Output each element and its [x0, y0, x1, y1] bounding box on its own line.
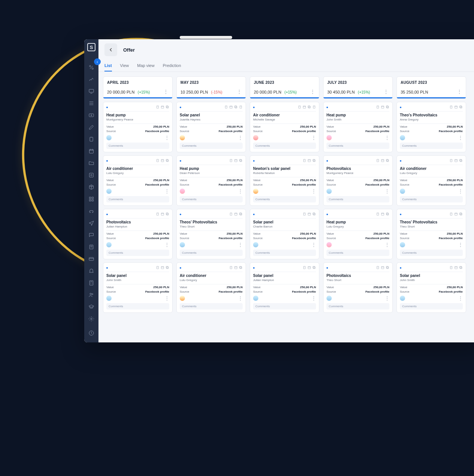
calendar-icon[interactable]	[88, 148, 95, 155]
card-comments[interactable]: Comments	[400, 143, 463, 149]
copy-icon[interactable]	[307, 105, 311, 110]
copy-icon[interactable]	[165, 266, 169, 270]
monitor-icon[interactable]	[88, 88, 95, 95]
offer-card[interactable]: Solar panel Juanita Haynes Value250,00 P…	[176, 102, 246, 152]
checklist-icon[interactable]	[376, 105, 380, 110]
send-icon[interactable]	[88, 220, 95, 226]
checklist-icon[interactable]	[298, 105, 301, 110]
checklist-icon[interactable]	[156, 212, 159, 217]
checklist-icon[interactable]	[312, 105, 316, 110]
avatar[interactable]	[106, 135, 112, 140]
tab-map-view[interactable]: Map view	[137, 60, 154, 71]
offer-card[interactable]: Heat pump Lulu Gregory Value250,00 PLN S…	[323, 209, 393, 259]
chart-icon[interactable]	[88, 76, 95, 83]
card-comments[interactable]: Comments	[400, 196, 463, 202]
calendar-icon[interactable]	[234, 159, 238, 163]
card-comments[interactable]: Comments	[180, 303, 243, 309]
tab-view[interactable]: View	[120, 60, 129, 71]
calendar-icon[interactable]	[381, 105, 385, 110]
calendar-icon[interactable]	[303, 105, 306, 110]
edit-icon[interactable]	[88, 124, 95, 131]
list-icon[interactable]	[88, 100, 95, 107]
checklist-icon[interactable]	[376, 266, 380, 270]
copy-icon[interactable]	[165, 212, 169, 217]
calendar-icon[interactable]	[454, 266, 458, 270]
settings-icon[interactable]	[88, 315, 95, 322]
offer-card[interactable]: Theo's Photovoltaics Anna Gregory Value2…	[396, 102, 466, 152]
calendar-icon[interactable]	[161, 105, 164, 110]
copy-icon[interactable]	[386, 159, 389, 163]
copy-icon[interactable]	[239, 212, 243, 217]
tab-list[interactable]: List	[104, 60, 112, 71]
calendar-icon[interactable]	[234, 212, 238, 217]
avatar[interactable]	[326, 242, 332, 247]
avatar[interactable]	[106, 296, 112, 301]
calendar-icon[interactable]	[234, 266, 238, 270]
checklist-icon[interactable]	[156, 266, 159, 270]
card-comments[interactable]: Comments	[253, 250, 316, 256]
cube-icon[interactable]	[88, 184, 95, 190]
checklist-icon[interactable]	[303, 266, 306, 270]
calendar-icon[interactable]	[229, 105, 233, 110]
copy-icon[interactable]	[312, 212, 316, 217]
checklist-icon[interactable]	[303, 159, 306, 163]
note-icon[interactable]	[88, 244, 95, 250]
card-comments[interactable]: Comments	[180, 250, 243, 256]
card-comments[interactable]: Comments	[253, 303, 316, 309]
avatar[interactable]	[326, 296, 332, 301]
avatar[interactable]	[253, 189, 258, 194]
avatar[interactable]	[180, 296, 185, 301]
calendar-icon[interactable]	[307, 159, 311, 163]
avatar[interactable]	[180, 242, 185, 247]
offer-card[interactable]: Air conditioner Lulu Gregory Value250,00…	[103, 155, 173, 206]
percent-icon[interactable]	[88, 64, 95, 71]
offer-card[interactable]: Heat pump John Smith Value250,00 PLN Sou…	[323, 102, 393, 152]
offer-card[interactable]: Solar panel Charlie Barron Value250,00 P…	[250, 209, 319, 259]
car-icon[interactable]	[88, 208, 95, 214]
checklist-icon[interactable]	[229, 212, 233, 217]
calendar-icon[interactable]	[161, 159, 164, 163]
offer-card[interactable]: Photovoltaics Theo Short Value250,00 PLN…	[323, 262, 393, 313]
card-comments[interactable]: Comments	[326, 143, 389, 149]
avatar[interactable]	[326, 135, 332, 140]
checklist-icon[interactable]	[303, 212, 306, 217]
copy-icon[interactable]	[459, 266, 463, 270]
clock-icon[interactable]	[88, 330, 95, 336]
checklist-icon[interactable]	[229, 159, 233, 163]
copy-icon[interactable]	[239, 159, 243, 163]
avatar[interactable]	[106, 189, 112, 194]
calendar-icon[interactable]	[161, 266, 164, 270]
copy-icon[interactable]	[386, 266, 389, 270]
avatar[interactable]	[400, 242, 405, 247]
card-comments[interactable]: Comments	[326, 303, 389, 309]
offer-card[interactable]: Heat pump Dean Peterson Value250,00 PLN …	[176, 155, 246, 206]
copy-icon[interactable]	[165, 159, 169, 163]
gear-box-icon[interactable]	[88, 172, 95, 178]
app-logo[interactable]: S	[87, 43, 95, 51]
offer-card[interactable]: Theos' Photovoltaics Theo Short Value250…	[176, 209, 246, 259]
copy-icon[interactable]	[165, 105, 169, 110]
checklist-icon[interactable]	[449, 159, 453, 163]
card-comments[interactable]: Comments	[180, 196, 243, 202]
checklist-icon[interactable]	[224, 105, 228, 110]
card-icon[interactable]	[88, 256, 95, 262]
card-comments[interactable]: Comments	[106, 250, 169, 256]
calendar-icon[interactable]	[454, 159, 458, 163]
copy-icon[interactable]	[459, 105, 463, 110]
avatar[interactable]	[180, 189, 185, 194]
chat-icon[interactable]	[88, 232, 95, 238]
offer-card[interactable]: Solar panel Julian Hampton Value250,00 P…	[250, 262, 319, 313]
avatar[interactable]	[400, 296, 405, 301]
checklist-icon[interactable]	[239, 105, 243, 110]
calendar-icon[interactable]	[381, 159, 385, 163]
copy-icon[interactable]	[239, 266, 243, 270]
checklist-icon[interactable]	[376, 212, 380, 217]
card-comments[interactable]: Comments	[400, 303, 463, 309]
tab-prediction[interactable]: Prediction	[163, 60, 181, 71]
offer-card[interactable]: Newton's solar panel Roberta Newton Valu…	[250, 155, 319, 206]
avatar[interactable]	[253, 296, 258, 301]
avatar[interactable]	[180, 135, 185, 140]
money-icon[interactable]	[88, 112, 95, 119]
checklist-icon[interactable]	[449, 105, 453, 110]
card-comments[interactable]: Comments	[400, 250, 463, 256]
